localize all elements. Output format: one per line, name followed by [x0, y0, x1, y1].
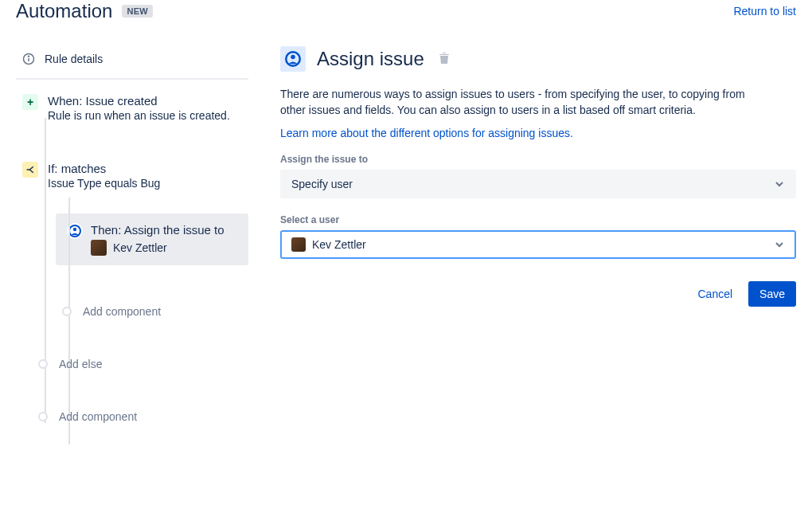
description-text: There are numerous ways to assign issues… [280, 86, 758, 119]
delete-icon[interactable] [439, 52, 450, 67]
svg-point-2 [29, 56, 29, 57]
svg-point-4 [73, 228, 76, 231]
return-to-list-link[interactable]: Return to list [733, 5, 796, 18]
new-badge: NEW [122, 5, 153, 18]
assign-to-select[interactable]: Specify user [280, 170, 796, 198]
plus-icon: + [22, 94, 38, 110]
chevron-down-icon [774, 178, 785, 190]
main-panel: Assign issue There are numerous ways to … [264, 46, 796, 423]
add-else[interactable]: Add else [38, 358, 248, 370]
branch-icon [22, 162, 38, 178]
page-title: Automation [16, 0, 112, 22]
circle-icon [38, 412, 48, 421]
action-user: Kev Zettler [113, 241, 167, 254]
action-node[interactable]: Then: Assign the issue to Kev Zettler [56, 213, 248, 265]
assign-to-value: Specify user [291, 178, 353, 190]
add-component-inner[interactable]: Add component [62, 305, 248, 318]
svg-point-6 [291, 55, 295, 60]
rule-details-item[interactable]: Rule details [16, 46, 248, 80]
add-component-outer[interactable]: Add component [38, 410, 248, 423]
assign-issue-icon [280, 46, 306, 72]
trigger-title: When: Issue created [48, 94, 248, 108]
condition-node[interactable]: If: matches Issue Type equals Bug [16, 162, 248, 190]
select-user-select[interactable]: Kev Zettler [280, 230, 796, 259]
avatar [291, 237, 306, 252]
info-icon [22, 53, 35, 65]
select-user-value: Kev Zettler [312, 238, 366, 251]
learn-more-link[interactable]: Learn more about the different options f… [280, 127, 573, 139]
main-title: Assign issue [317, 48, 424, 70]
cancel-button[interactable]: Cancel [688, 281, 742, 307]
add-component-label: Add component [83, 305, 161, 318]
condition-sub: Issue Type equals Bug [48, 177, 248, 190]
rule-sidebar: Rule details + When: Issue created Rule … [16, 46, 248, 423]
circle-icon [38, 359, 48, 369]
trigger-sub: Rule is run when an issue is created. [48, 109, 248, 122]
select-user-label: Select a user [280, 214, 796, 225]
avatar [91, 240, 107, 256]
condition-title: If: matches [48, 162, 248, 175]
circle-icon [62, 307, 72, 316]
chevron-down-icon [774, 239, 785, 250]
rule-details-label: Rule details [45, 53, 103, 65]
add-else-label: Add else [59, 358, 102, 370]
trigger-node[interactable]: + When: Issue created Rule is run when a… [16, 94, 248, 122]
save-button[interactable]: Save [748, 281, 796, 307]
assign-to-label: Assign the issue to [280, 154, 796, 165]
action-title: Then: Assign the issue to [91, 223, 237, 237]
add-component-label-2: Add component [59, 410, 137, 423]
